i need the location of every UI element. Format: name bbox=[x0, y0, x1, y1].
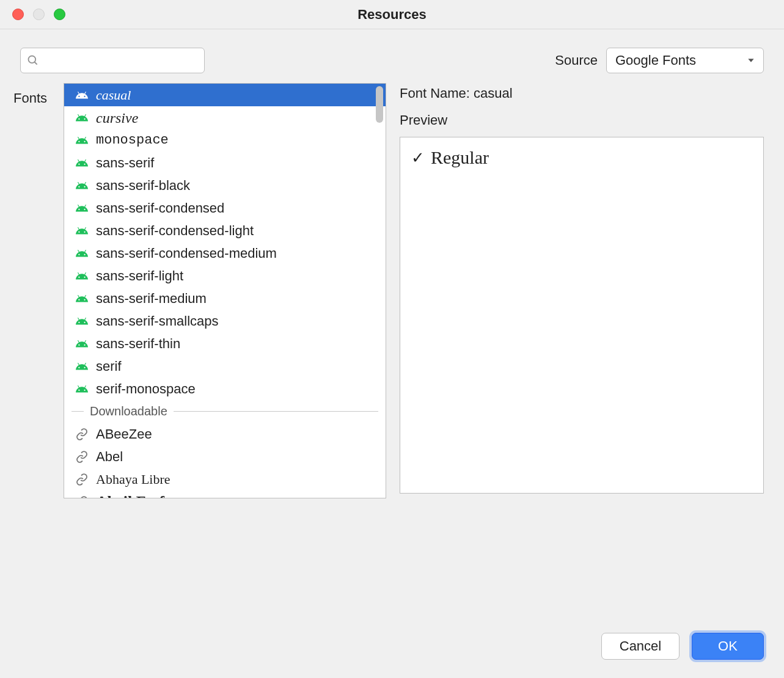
font-name-label: sans-serif-black bbox=[96, 179, 190, 192]
link-icon bbox=[75, 495, 89, 498]
font-item-serif[interactable]: serif bbox=[64, 355, 386, 377]
android-icon bbox=[75, 134, 89, 147]
chevron-down-icon bbox=[746, 56, 756, 65]
font-name-label: sans-serif-thin bbox=[96, 337, 180, 351]
preview-label: Preview bbox=[400, 112, 764, 128]
font-name-label: sans-serif-medium bbox=[96, 292, 207, 305]
titlebar: Resources bbox=[0, 0, 784, 29]
scrollbar-thumb[interactable] bbox=[376, 86, 383, 123]
font-item-sans-serif[interactable]: sans-serif bbox=[64, 151, 386, 174]
section-header-downloadable: Downloadable bbox=[64, 400, 386, 423]
font-name-label: sans-serif-condensed-medium bbox=[96, 247, 277, 260]
font-item-casual[interactable]: casual bbox=[64, 84, 386, 106]
font-item-sans-serif-black[interactable]: sans-serif-black bbox=[64, 174, 386, 197]
svg-point-0 bbox=[29, 56, 36, 64]
source-dropdown[interactable]: Google Fonts bbox=[606, 48, 764, 73]
preview-item-regular[interactable]: ✓ Regular bbox=[411, 147, 752, 168]
ok-button[interactable]: OK bbox=[692, 633, 764, 660]
right-column: Font Name: casual Preview ✓ Regular bbox=[400, 83, 764, 498]
top-controls-row: Source Google Fonts bbox=[0, 29, 784, 83]
android-icon bbox=[75, 111, 89, 125]
font-item-serif-monospace[interactable]: serif-monospace bbox=[64, 377, 386, 400]
android-icon bbox=[75, 247, 89, 260]
svg-line-1 bbox=[35, 62, 37, 65]
search-field[interactable] bbox=[20, 48, 205, 73]
font-name-label: serif bbox=[96, 360, 122, 373]
preview-box: ✓ Regular bbox=[400, 137, 764, 494]
checkmark-icon: ✓ bbox=[411, 148, 425, 167]
font-item-sans-serif-smallcaps[interactable]: sans-serif-smallcaps bbox=[64, 310, 386, 332]
font-name-label: Font Name: bbox=[400, 86, 474, 101]
window-title: Resources bbox=[0, 7, 784, 23]
font-item-abeezee[interactable]: ABeeZee bbox=[64, 423, 386, 445]
android-icon bbox=[75, 292, 89, 305]
font-name-row: Font Name: casual bbox=[400, 86, 764, 101]
font-name-label: sans-serif-condensed bbox=[96, 202, 224, 215]
font-name-label: Abril Fatface bbox=[96, 494, 186, 498]
font-name-label: cursive bbox=[96, 111, 138, 125]
android-icon bbox=[75, 315, 89, 328]
source-control: Source Google Fonts bbox=[555, 48, 764, 73]
cancel-button[interactable]: Cancel bbox=[601, 633, 680, 660]
font-name-label: casual bbox=[96, 89, 131, 102]
font-item-cursive[interactable]: cursive bbox=[64, 106, 386, 129]
source-label: Source bbox=[555, 53, 598, 68]
android-icon bbox=[75, 89, 89, 102]
font-name-label: Abel bbox=[96, 450, 123, 464]
window-controls bbox=[12, 9, 65, 20]
font-name-value: casual bbox=[474, 86, 513, 101]
android-icon bbox=[75, 156, 89, 170]
font-item-sans-serif-condensed[interactable]: sans-serif-condensed bbox=[64, 197, 386, 219]
font-name-label: sans-serif-condensed-light bbox=[96, 224, 254, 238]
link-icon bbox=[75, 473, 89, 486]
font-name-label: sans-serif-light bbox=[96, 269, 183, 283]
font-item-abhaya-libre[interactable]: Abhaya Libre bbox=[64, 468, 386, 490]
source-selected: Google Fonts bbox=[615, 53, 696, 68]
font-name-label: ABeeZee bbox=[96, 428, 152, 441]
font-item-sans-serif-condensed-medium[interactable]: sans-serif-condensed-medium bbox=[64, 242, 386, 264]
search-icon bbox=[27, 54, 39, 67]
font-name-label: sans-serif bbox=[96, 156, 154, 170]
font-item-monospace[interactable]: monospace bbox=[64, 129, 386, 151]
font-item-sans-serif-light[interactable]: sans-serif-light bbox=[64, 264, 386, 287]
dialog-buttons: Cancel OK bbox=[601, 633, 764, 660]
preview-item-label: Regular bbox=[431, 147, 489, 168]
android-icon bbox=[75, 269, 89, 283]
font-name-label: sans-serif-smallcaps bbox=[96, 315, 219, 328]
minimize-window-button[interactable] bbox=[33, 9, 45, 20]
font-item-abril-fatface[interactable]: Abril Fatface bbox=[64, 490, 386, 498]
zoom-window-button[interactable] bbox=[54, 9, 65, 20]
font-name-label: serif-monospace bbox=[96, 382, 196, 396]
close-window-button[interactable] bbox=[12, 9, 24, 20]
search-input[interactable] bbox=[44, 53, 201, 68]
android-icon bbox=[75, 360, 89, 373]
font-item-sans-serif-thin[interactable]: sans-serif-thin bbox=[64, 332, 386, 355]
section-header-label: Downloadable bbox=[90, 404, 167, 418]
android-icon bbox=[75, 202, 89, 215]
android-icon bbox=[75, 179, 89, 192]
font-item-abel[interactable]: Abel bbox=[64, 445, 386, 468]
left-column: Fonts casualcursivemonospacesans-serifsa… bbox=[13, 83, 386, 498]
android-icon bbox=[75, 337, 89, 351]
main-content: Fonts casualcursivemonospacesans-serifsa… bbox=[0, 83, 784, 498]
font-list-scroll[interactable]: casualcursivemonospacesans-serifsans-ser… bbox=[64, 84, 386, 498]
android-icon bbox=[75, 224, 89, 238]
font-name-label: Abhaya Libre bbox=[96, 473, 170, 486]
fonts-label: Fonts bbox=[13, 90, 60, 106]
font-list: casualcursivemonospacesans-serifsans-ser… bbox=[64, 83, 386, 498]
font-item-sans-serif-condensed-light[interactable]: sans-serif-condensed-light bbox=[64, 219, 386, 242]
font-name-label: monospace bbox=[96, 134, 169, 147]
link-icon bbox=[75, 428, 89, 441]
android-icon bbox=[75, 382, 89, 396]
link-icon bbox=[75, 450, 89, 464]
font-item-sans-serif-medium[interactable]: sans-serif-medium bbox=[64, 287, 386, 310]
